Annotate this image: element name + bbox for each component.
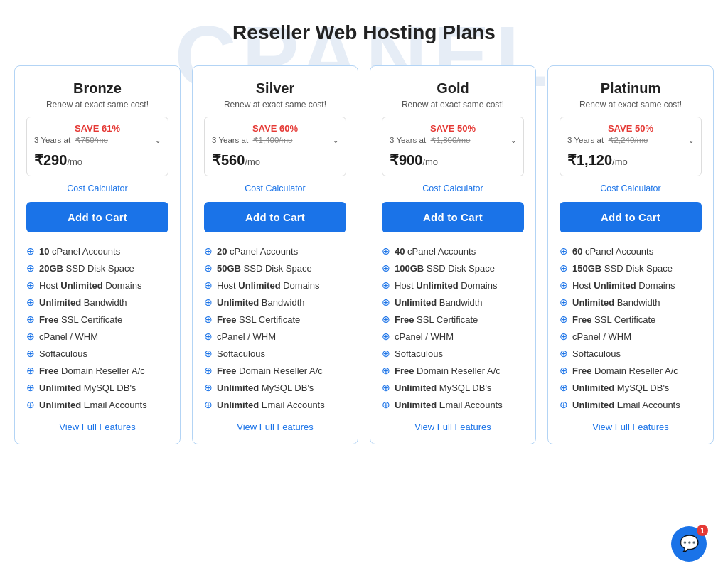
- dropdown-arrow[interactable]: ⌄: [510, 137, 516, 144]
- years-label: 3 Years at ₹750/mo: [34, 135, 108, 145]
- feature-item: ⊕ Free SSL Certificate: [204, 314, 346, 325]
- old-price: ₹2,240/mo: [609, 136, 648, 144]
- cost-calculator-link[interactable]: Cost Calculator: [204, 183, 346, 193]
- current-price: ₹560/mo: [212, 148, 338, 170]
- check-icon: ⊕: [204, 331, 213, 342]
- feature-item: ⊕ Unlimited MySQL DB's: [382, 382, 524, 393]
- feature-item: ⊕ cPanel / WHM: [204, 331, 346, 342]
- features-list: ⊕ 60 cPanel Accounts ⊕ 150GB SSD Disk Sp…: [560, 245, 702, 410]
- feature-item: ⊕ 20GB SSD Disk Space: [26, 262, 168, 274]
- feature-item: ⊕ 60 cPanel Accounts: [560, 245, 702, 257]
- check-icon: ⊕: [26, 296, 35, 308]
- plan-card-bronze: Bronze Renew at exact same cost! SAVE 61…: [14, 65, 181, 444]
- current-price: ₹290/mo: [34, 148, 161, 170]
- check-icon: ⊕: [382, 314, 390, 325]
- plan-renew: Renew at exact same cost!: [382, 100, 524, 109]
- years-label: 3 Years at ₹1,800/mo: [390, 135, 471, 145]
- view-full-features-link[interactable]: View Full Features: [560, 422, 702, 432]
- check-icon: ⊕: [382, 348, 390, 359]
- price-box: SAVE 50% 3 Years at ₹2,240/mo ⌄ ₹1,120/m…: [560, 117, 702, 176]
- feature-item: ⊕ cPanel / WHM: [382, 331, 524, 342]
- check-icon: ⊕: [560, 399, 568, 410]
- check-icon: ⊕: [382, 399, 390, 410]
- plan-renew: Renew at exact same cost!: [26, 100, 168, 109]
- feature-item: ⊕ Unlimited Email Accounts: [26, 399, 168, 410]
- add-to-cart-button[interactable]: Add to Cart: [560, 202, 702, 232]
- check-icon: ⊕: [382, 279, 390, 291]
- cost-calculator-link[interactable]: Cost Calculator: [382, 183, 524, 193]
- plan-card-silver: Silver Renew at exact same cost! SAVE 60…: [192, 65, 358, 444]
- check-icon: ⊕: [560, 365, 568, 376]
- feature-item: ⊕ 100GB SSD Disk Space: [382, 262, 524, 274]
- original-price-row: 3 Years at ₹2,240/mo ⌄: [567, 135, 694, 145]
- plan-card-gold: Gold Renew at exact same cost! SAVE 50% …: [370, 65, 536, 444]
- check-icon: ⊕: [26, 314, 35, 325]
- old-price: ₹1,800/mo: [431, 136, 471, 144]
- feature-item: ⊕ Softaculous: [204, 348, 346, 359]
- check-icon: ⊕: [560, 382, 568, 393]
- current-price: ₹900/mo: [390, 148, 516, 170]
- save-badge: SAVE 50%: [567, 123, 694, 134]
- feature-item: ⊕ 150GB SSD Disk Space: [560, 262, 702, 274]
- features-list: ⊕ 40 cPanel Accounts ⊕ 100GB SSD Disk Sp…: [382, 245, 524, 410]
- check-icon: ⊕: [26, 348, 35, 359]
- check-icon: ⊕: [204, 279, 213, 291]
- feature-item: ⊕ Free Domain Reseller A/c: [26, 365, 168, 376]
- feature-item: ⊕ cPanel / WHM: [26, 331, 168, 342]
- feature-item: ⊕ Unlimited Bandwidth: [26, 296, 168, 308]
- plan-name: Bronze: [26, 80, 168, 97]
- view-full-features-link[interactable]: View Full Features: [204, 422, 346, 432]
- feature-item: ⊕ Unlimited MySQL DB's: [204, 382, 346, 393]
- check-icon: ⊕: [26, 262, 35, 274]
- feature-item: ⊕ Softaculous: [382, 348, 524, 359]
- feature-item: ⊕ Free Domain Reseller A/c: [560, 365, 702, 376]
- check-icon: ⊕: [560, 279, 568, 291]
- add-to-cart-button[interactable]: Add to Cart: [382, 202, 524, 232]
- check-icon: ⊕: [204, 296, 213, 308]
- check-icon: ⊕: [204, 314, 213, 325]
- feature-item: ⊕ Unlimited Bandwidth: [204, 296, 346, 308]
- feature-item: ⊕ Free Domain Reseller A/c: [204, 365, 346, 376]
- feature-item: ⊕ Host Unlimited Domains: [204, 279, 346, 291]
- check-icon: ⊕: [382, 245, 390, 257]
- check-icon: ⊕: [382, 262, 390, 274]
- price-box: SAVE 60% 3 Years at ₹1,400/mo ⌄ ₹560/mo: [204, 117, 346, 176]
- cost-calculator-link[interactable]: Cost Calculator: [560, 183, 702, 193]
- old-price: ₹1,400/mo: [253, 136, 293, 144]
- check-icon: ⊕: [560, 331, 568, 342]
- feature-item: ⊕ Free Domain Reseller A/c: [382, 365, 524, 376]
- feature-item: ⊕ Unlimited Email Accounts: [382, 399, 524, 410]
- check-icon: ⊕: [382, 382, 390, 393]
- check-icon: ⊕: [204, 348, 213, 359]
- check-icon: ⊕: [26, 245, 35, 257]
- view-full-features-link[interactable]: View Full Features: [26, 422, 168, 432]
- feature-item: ⊕ Free SSL Certificate: [26, 314, 168, 325]
- dropdown-arrow[interactable]: ⌄: [688, 137, 694, 144]
- cost-calculator-link[interactable]: Cost Calculator: [26, 183, 168, 193]
- old-price: ₹750/mo: [75, 136, 108, 144]
- feature-item: ⊕ Unlimited Email Accounts: [560, 399, 702, 410]
- add-to-cart-button[interactable]: Add to Cart: [204, 202, 346, 232]
- save-badge: SAVE 50%: [390, 123, 516, 134]
- feature-item: ⊕ Softaculous: [26, 348, 168, 359]
- plan-renew: Renew at exact same cost!: [560, 100, 702, 109]
- feature-item: ⊕ Unlimited MySQL DB's: [26, 382, 168, 393]
- original-price-row: 3 Years at ₹750/mo ⌄: [34, 135, 161, 145]
- dropdown-arrow[interactable]: ⌄: [333, 137, 338, 144]
- check-icon: ⊕: [204, 399, 213, 410]
- check-icon: ⊕: [26, 365, 35, 376]
- feature-item: ⊕ Softaculous: [560, 348, 702, 359]
- feature-item: ⊕ Host Unlimited Domains: [26, 279, 168, 291]
- add-to-cart-button[interactable]: Add to Cart: [26, 202, 168, 232]
- check-icon: ⊕: [26, 382, 35, 393]
- original-price-row: 3 Years at ₹1,800/mo ⌄: [390, 135, 516, 145]
- years-label: 3 Years at ₹2,240/mo: [567, 135, 648, 145]
- check-icon: ⊕: [204, 365, 213, 376]
- feature-item: ⊕ Free SSL Certificate: [560, 314, 702, 325]
- feature-item: ⊕ Host Unlimited Domains: [560, 279, 702, 291]
- feature-item: ⊕ Unlimited Email Accounts: [204, 399, 346, 410]
- view-full-features-link[interactable]: View Full Features: [382, 422, 524, 432]
- dropdown-arrow[interactable]: ⌄: [155, 137, 161, 144]
- years-label: 3 Years at ₹1,400/mo: [212, 135, 293, 145]
- check-icon: ⊕: [560, 348, 568, 359]
